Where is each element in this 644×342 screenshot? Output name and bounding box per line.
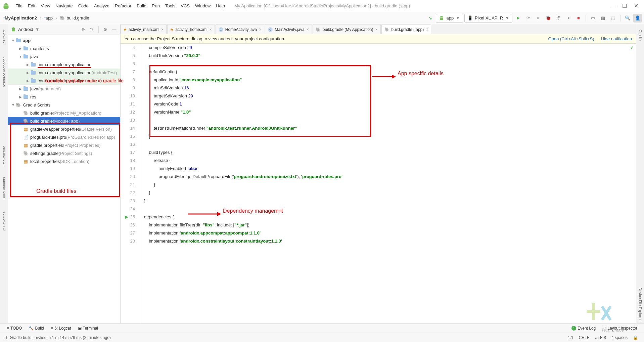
tool-favorites[interactable]: 2: Favorites — [2, 209, 6, 233]
settings-icon[interactable]: ⚙ — [102, 26, 109, 33]
close-tab-icon[interactable]: × — [161, 27, 164, 32]
layout-inspector-icon[interactable]: ⬚ — [609, 14, 617, 23]
tree-item[interactable]: ▦local.properties (SDK Location) — [8, 157, 120, 165]
lock-icon[interactable]: 🔒 — [630, 335, 641, 340]
menu-code[interactable]: Code — [76, 3, 91, 8]
breadcrumb-leaf[interactable]: 🐘build.gradle — [58, 15, 90, 21]
close-tab-icon[interactable]: × — [426, 27, 428, 32]
tree-item[interactable]: 🐘build.gradle (Project: My_Application) — [8, 109, 120, 117]
minimize-icon[interactable]: — — [610, 3, 616, 9]
tool-todo[interactable]: ≡ TODO — [3, 326, 25, 331]
tree-item[interactable]: ▼java — [8, 52, 120, 60]
close-tab-icon[interactable]: × — [307, 27, 309, 32]
notification-bar: You can use the Project Structure dialog… — [121, 34, 636, 44]
menu-vcs[interactable]: VCS — [178, 3, 192, 8]
breadcrumb-mid[interactable]: app — [43, 15, 54, 21]
close-tab-icon[interactable]: × — [210, 27, 212, 32]
run-config-dropdown[interactable]: app▼ — [436, 14, 463, 23]
tool-project[interactable]: 1: Project — [2, 27, 6, 48]
editor-tabs: ⬘activity_main.xml×⬘activity_home.xml×CH… — [121, 24, 636, 34]
toolbar: MyApplication2 › app › 🐘build.gradle ↘ a… — [0, 12, 644, 24]
search-icon[interactable]: 🔍 — [623, 14, 632, 23]
hide-notification-link[interactable]: Hide notification — [601, 36, 632, 41]
run-button[interactable] — [514, 14, 522, 23]
apply-code-icon[interactable]: ≡ — [534, 14, 543, 23]
tool-event-log[interactable]: 1 Event Log — [568, 326, 599, 331]
sdk-manager-icon[interactable]: ▦ — [599, 14, 607, 23]
attach-debugger-icon[interactable]: ⌖ — [564, 14, 573, 23]
tree-item[interactable]: ▶res — [8, 93, 120, 101]
menu-tools[interactable]: Tools — [163, 3, 178, 8]
menu-refactor[interactable]: Refactor — [112, 3, 134, 8]
stop-icon[interactable]: ■ — [574, 14, 583, 23]
tool-build-variants[interactable]: Build Variants — [2, 174, 6, 202]
status-indent[interactable]: 4 spaces — [609, 335, 630, 340]
profile-icon[interactable]: ⏱ — [554, 14, 563, 23]
close-icon[interactable]: ✕ — [633, 3, 639, 9]
line-gutter[interactable]: 456789101112131415161718192021222324▶252… — [121, 44, 141, 323]
editor-tab[interactable]: ⬘activity_home.xml× — [167, 25, 215, 34]
tree-item[interactable]: ▦gradle.properties (Project Properties) — [8, 141, 120, 149]
debug-icon[interactable]: 🐞 — [544, 14, 553, 23]
menu-run[interactable]: Run — [149, 3, 163, 8]
project-tree[interactable]: ▼app▶manifests▼java▶com.example.myapplic… — [8, 35, 120, 323]
menu-help[interactable]: Help — [213, 3, 228, 8]
tree-item[interactable]: 🐘build.gradle (Module: app) — [8, 117, 120, 125]
tool-gradle[interactable]: Gradle — [638, 27, 642, 43]
editor-tab[interactable]: CMainActivity.java× — [265, 25, 312, 34]
device-dropdown[interactable]: 📱Pixel XL API R▼ — [464, 14, 512, 23]
project-view-selector[interactable]: Android — [18, 27, 33, 32]
menu-file[interactable]: File — [13, 3, 25, 8]
menu-build[interactable]: Build — [134, 3, 149, 8]
tree-item[interactable]: 🐘settings.gradle (Project Settings) — [8, 149, 120, 157]
maximize-icon[interactable]: ☐ — [621, 3, 628, 9]
tool-terminal[interactable]: ▣ Terminal — [75, 326, 101, 331]
editor-tab[interactable]: ⬘activity_main.xml× — [121, 25, 167, 34]
status-encoding[interactable]: UTF-8 — [592, 335, 609, 340]
android-view-icon — [11, 27, 16, 32]
editor-area: ⬘activity_main.xml×⬘activity_home.xml×CH… — [121, 24, 636, 323]
menu-view[interactable]: View — [38, 3, 53, 8]
menu-navigate[interactable]: Navigate — [53, 3, 75, 8]
notification-text: You can use the Project Structure dialog… — [125, 36, 284, 41]
tree-item[interactable]: ▶java (generated) — [8, 85, 120, 93]
status-line-ending[interactable]: CRLF — [576, 335, 592, 340]
account-icon[interactable]: 👤 — [633, 14, 642, 23]
app-logo-icon — [3, 3, 9, 9]
locate-icon[interactable]: ⊕ — [80, 26, 86, 33]
hide-icon[interactable]: — — [111, 26, 118, 33]
tool-logcat[interactable]: ≡ 6: Logcat — [47, 326, 74, 331]
tree-item[interactable]: ▼app — [8, 36, 120, 44]
breadcrumb-root[interactable]: MyApplication2 — [2, 15, 38, 21]
close-tab-icon[interactable]: × — [375, 27, 378, 32]
editor-tab[interactable]: 🐘build.gradle (My Application)× — [313, 25, 381, 34]
tree-item[interactable]: ▼🐘Gradle Scripts — [8, 101, 120, 109]
open-project-structure-link[interactable]: Open (Ctrl+Alt+Shift+S) — [548, 36, 594, 41]
tree-item[interactable]: ▶manifests — [8, 44, 120, 52]
close-tab-icon[interactable]: × — [259, 27, 261, 32]
expand-icon[interactable]: ⇆ — [88, 26, 95, 33]
left-tool-strip: 1: Project Resource Manager 7: Structure… — [0, 24, 8, 323]
tool-layout-inspector[interactable]: ⬚ Layout Inspector — [599, 326, 641, 331]
status-position[interactable]: 1:1 — [565, 335, 576, 340]
editor-tab[interactable]: CHomeActivity.java× — [216, 25, 265, 34]
tree-item[interactable]: ▶com.example.myapplication (androidTest) — [8, 69, 120, 77]
menu-window[interactable]: Window — [192, 3, 213, 8]
sync-icon[interactable]: ↘ — [426, 14, 434, 23]
apply-changes-icon[interactable]: ⟳ — [524, 14, 533, 23]
tool-device-explorer[interactable]: Device File Explorer — [638, 285, 642, 323]
tool-build[interactable]: 🔨 Build — [25, 326, 47, 331]
avd-manager-icon[interactable]: ▭ — [589, 14, 597, 23]
menu-edit[interactable]: Edit — [25, 3, 38, 8]
tree-item[interactable]: 📄proguard-rules.pro (ProGuard Rules for … — [8, 133, 120, 141]
status-message: Gradle build finished in 1 m 14 s 576 ms… — [7, 335, 113, 340]
tree-item[interactable]: ▦gradle-wrapper.properties (Gradle Versi… — [8, 125, 120, 133]
tool-structure[interactable]: 7: Structure — [2, 143, 6, 168]
project-panel: Android ▼ ⊕ ⇆ ⚙ — ▼app▶manifests▼java▶co… — [8, 24, 121, 323]
menu-analyze[interactable]: Analyze — [91, 3, 112, 8]
editor-tab[interactable]: 🐘build.gradle (:app)× — [381, 25, 431, 34]
code-editor[interactable]: compileSdkVersion 29 buildToolsVersion "… — [141, 44, 636, 323]
tool-resource-manager[interactable]: Resource Manager — [2, 54, 6, 91]
tree-item[interactable]: ▶com.example.myapplication — [8, 60, 120, 69]
tree-item[interactable]: ▶com.example.myapplication (test) — [8, 77, 120, 85]
